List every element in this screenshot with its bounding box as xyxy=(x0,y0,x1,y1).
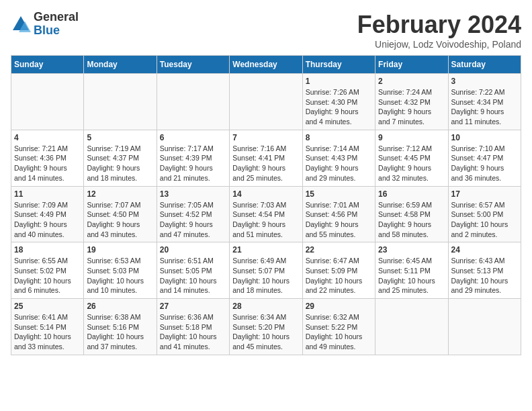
day-info: Sunrise: 6:49 AM Sunset: 5:07 PM Dayligh… xyxy=(232,256,299,295)
day-info: Sunrise: 7:03 AM Sunset: 4:54 PM Dayligh… xyxy=(232,200,299,240)
day-info: Sunrise: 7:09 AM Sunset: 4:49 PM Dayligh… xyxy=(14,200,81,240)
calendar-cell: 19Sunrise: 6:53 AM Sunset: 5:03 PM Dayli… xyxy=(84,242,157,299)
day-info: Sunrise: 7:05 AM Sunset: 4:52 PM Dayligh… xyxy=(160,200,226,240)
day-info: Sunrise: 7:17 AM Sunset: 4:39 PM Dayligh… xyxy=(160,144,226,183)
calendar-cell: 22Sunrise: 6:47 AM Sunset: 5:09 PM Dayli… xyxy=(302,242,375,299)
day-info: Sunrise: 7:12 AM Sunset: 4:45 PM Dayligh… xyxy=(378,144,445,183)
calendar-cell: 21Sunrise: 6:49 AM Sunset: 5:07 PM Dayli… xyxy=(230,242,302,299)
day-number: 18 xyxy=(14,245,81,255)
day-number: 16 xyxy=(378,189,445,199)
calendar-cell: 14Sunrise: 7:03 AM Sunset: 4:54 PM Dayli… xyxy=(230,186,302,242)
calendar-title: February 2024 xyxy=(357,11,521,39)
day-number: 27 xyxy=(160,302,226,311)
day-number: 23 xyxy=(378,245,445,255)
day-number: 15 xyxy=(306,189,372,199)
day-number: 2 xyxy=(378,77,445,86)
day-number: 28 xyxy=(232,302,299,311)
calendar-cell: 17Sunrise: 6:57 AM Sunset: 5:00 PM Dayli… xyxy=(448,186,521,242)
calendar-cell: 13Sunrise: 7:05 AM Sunset: 4:52 PM Dayli… xyxy=(157,186,229,242)
title-block: February 2024 Uniejow, Lodz Voivodeship,… xyxy=(357,11,521,50)
day-info: Sunrise: 6:45 AM Sunset: 5:11 PM Dayligh… xyxy=(378,256,445,295)
day-number: 17 xyxy=(451,189,518,199)
day-number: 13 xyxy=(160,189,226,199)
calendar-cell: 12Sunrise: 7:07 AM Sunset: 4:50 PM Dayli… xyxy=(84,186,157,242)
day-number: 7 xyxy=(232,133,299,142)
calendar-cell: 28Sunrise: 6:34 AM Sunset: 5:20 PM Dayli… xyxy=(230,299,302,355)
day-info: Sunrise: 7:26 AM Sunset: 4:30 PM Dayligh… xyxy=(306,87,372,127)
calendar-cell: 18Sunrise: 6:55 AM Sunset: 5:02 PM Dayli… xyxy=(11,242,84,299)
calendar-cell: 29Sunrise: 6:32 AM Sunset: 5:22 PM Dayli… xyxy=(302,299,375,355)
day-info: Sunrise: 7:24 AM Sunset: 4:32 PM Dayligh… xyxy=(378,87,445,127)
day-number: 22 xyxy=(306,245,372,255)
calendar-cell: 4Sunrise: 7:21 AM Sunset: 4:36 PM Daylig… xyxy=(11,130,84,186)
calendar-cell xyxy=(448,299,521,355)
calendar-cell: 10Sunrise: 7:10 AM Sunset: 4:47 PM Dayli… xyxy=(448,130,521,186)
calendar-cell: 8Sunrise: 7:14 AM Sunset: 4:43 PM Daylig… xyxy=(302,130,375,186)
week-row-1: 1Sunrise: 7:26 AM Sunset: 4:30 PM Daylig… xyxy=(11,74,521,130)
calendar-cell: 23Sunrise: 6:45 AM Sunset: 5:11 PM Dayli… xyxy=(375,242,448,299)
day-info: Sunrise: 7:22 AM Sunset: 4:34 PM Dayligh… xyxy=(451,87,518,127)
logo-line2: Blue xyxy=(34,24,79,38)
calendar-cell: 2Sunrise: 7:24 AM Sunset: 4:32 PM Daylig… xyxy=(375,74,448,130)
day-number: 24 xyxy=(451,245,518,255)
calendar-cell: 20Sunrise: 6:51 AM Sunset: 5:05 PM Dayli… xyxy=(157,242,229,299)
day-number: 20 xyxy=(160,245,226,255)
day-info: Sunrise: 7:16 AM Sunset: 4:41 PM Dayligh… xyxy=(232,144,299,183)
day-info: Sunrise: 6:36 AM Sunset: 5:18 PM Dayligh… xyxy=(160,312,226,352)
day-number: 3 xyxy=(451,77,518,86)
day-info: Sunrise: 6:57 AM Sunset: 5:00 PM Dayligh… xyxy=(451,200,518,240)
page-header: General Blue February 2024 Uniejow, Lodz… xyxy=(11,11,521,50)
column-header-thursday: Thursday xyxy=(302,56,375,74)
day-number: 12 xyxy=(87,189,153,199)
day-number: 1 xyxy=(306,77,372,86)
column-header-tuesday: Tuesday xyxy=(157,56,229,74)
day-number: 8 xyxy=(306,133,372,142)
calendar-cell: 7Sunrise: 7:16 AM Sunset: 4:41 PM Daylig… xyxy=(230,130,302,186)
day-info: Sunrise: 7:19 AM Sunset: 4:37 PM Dayligh… xyxy=(87,144,153,183)
day-info: Sunrise: 6:38 AM Sunset: 5:16 PM Dayligh… xyxy=(87,312,153,352)
day-info: Sunrise: 6:53 AM Sunset: 5:03 PM Dayligh… xyxy=(87,256,153,295)
column-header-monday: Monday xyxy=(84,56,157,74)
day-info: Sunrise: 7:10 AM Sunset: 4:47 PM Dayligh… xyxy=(451,144,518,183)
logo-icon xyxy=(11,14,31,34)
calendar-cell xyxy=(157,74,229,130)
calendar-cell: 25Sunrise: 6:41 AM Sunset: 5:14 PM Dayli… xyxy=(11,299,84,355)
day-info: Sunrise: 6:43 AM Sunset: 5:13 PM Dayligh… xyxy=(451,256,518,295)
calendar-cell: 6Sunrise: 7:17 AM Sunset: 4:39 PM Daylig… xyxy=(157,130,229,186)
calendar-cell: 5Sunrise: 7:19 AM Sunset: 4:37 PM Daylig… xyxy=(84,130,157,186)
calendar-table: SundayMondayTuesdayWednesdayThursdayFrid… xyxy=(11,55,521,355)
day-info: Sunrise: 6:34 AM Sunset: 5:20 PM Dayligh… xyxy=(232,312,299,352)
week-row-3: 11Sunrise: 7:09 AM Sunset: 4:49 PM Dayli… xyxy=(11,186,521,242)
calendar-body: 1Sunrise: 7:26 AM Sunset: 4:30 PM Daylig… xyxy=(11,74,521,355)
day-info: Sunrise: 6:47 AM Sunset: 5:09 PM Dayligh… xyxy=(306,256,372,295)
calendar-cell: 16Sunrise: 6:59 AM Sunset: 4:58 PM Dayli… xyxy=(375,186,448,242)
column-header-saturday: Saturday xyxy=(448,56,521,74)
day-info: Sunrise: 6:59 AM Sunset: 4:58 PM Dayligh… xyxy=(378,200,445,240)
calendar-cell xyxy=(375,299,448,355)
logo-line1: General xyxy=(34,11,79,24)
day-number: 26 xyxy=(87,302,153,311)
calendar-cell: 27Sunrise: 6:36 AM Sunset: 5:18 PM Dayli… xyxy=(157,299,229,355)
day-info: Sunrise: 6:51 AM Sunset: 5:05 PM Dayligh… xyxy=(160,256,226,295)
calendar-cell: 1Sunrise: 7:26 AM Sunset: 4:30 PM Daylig… xyxy=(302,74,375,130)
column-header-friday: Friday xyxy=(375,56,448,74)
day-number: 10 xyxy=(451,133,518,142)
calendar-cell: 15Sunrise: 7:01 AM Sunset: 4:56 PM Dayli… xyxy=(302,186,375,242)
day-info: Sunrise: 6:41 AM Sunset: 5:14 PM Dayligh… xyxy=(14,312,81,352)
calendar-header-row: SundayMondayTuesdayWednesdayThursdayFrid… xyxy=(11,56,521,74)
calendar-cell: 9Sunrise: 7:12 AM Sunset: 4:45 PM Daylig… xyxy=(375,130,448,186)
day-info: Sunrise: 6:32 AM Sunset: 5:22 PM Dayligh… xyxy=(306,312,372,352)
day-number: 14 xyxy=(232,189,299,199)
day-info: Sunrise: 7:14 AM Sunset: 4:43 PM Dayligh… xyxy=(306,144,372,183)
day-info: Sunrise: 7:21 AM Sunset: 4:36 PM Dayligh… xyxy=(14,144,81,183)
calendar-cell: 24Sunrise: 6:43 AM Sunset: 5:13 PM Dayli… xyxy=(448,242,521,299)
day-info: Sunrise: 7:07 AM Sunset: 4:50 PM Dayligh… xyxy=(87,200,153,240)
week-row-5: 25Sunrise: 6:41 AM Sunset: 5:14 PM Dayli… xyxy=(11,299,521,355)
day-number: 11 xyxy=(14,189,81,199)
week-row-2: 4Sunrise: 7:21 AM Sunset: 4:36 PM Daylig… xyxy=(11,130,521,186)
calendar-cell xyxy=(84,74,157,130)
day-number: 5 xyxy=(87,133,153,142)
day-number: 25 xyxy=(14,302,81,311)
calendar-cell: 26Sunrise: 6:38 AM Sunset: 5:16 PM Dayli… xyxy=(84,299,157,355)
day-number: 19 xyxy=(87,245,153,255)
